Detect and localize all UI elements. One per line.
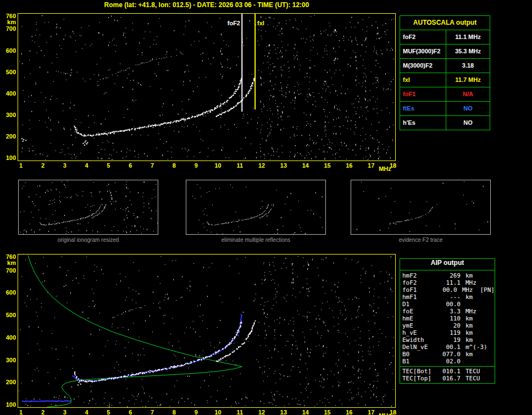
aip-table-row: foF100.0MHz[PN]	[400, 286, 495, 294]
aip-row-value: 010.1	[437, 368, 461, 375]
page-title: Rome (lat: +41.8, lon: 012.5) - DATE: 20…	[0, 1, 413, 9]
aip-table-row: TEC[Bot]010.1TECU	[400, 368, 495, 375]
bottom-ionogram-canvas	[18, 254, 395, 407]
thumbnail-eliminate-reflections	[186, 180, 326, 235]
y-tick-label: 200	[1, 133, 16, 140]
thumbnail-eliminate-canvas	[186, 180, 325, 234]
x-tick-label: 4	[85, 409, 88, 415]
aip-row-value: 110	[437, 315, 461, 322]
aip-row-unit: MHz	[457, 286, 473, 294]
x-tick-label: 7	[151, 162, 154, 169]
aip-row-unit: km	[461, 336, 473, 344]
aip-row-name: B1	[402, 358, 437, 365]
aip-row-value: 3.3	[437, 308, 461, 315]
aip-row-name: TEC[Top]	[402, 375, 437, 382]
x-tick-label: 14	[302, 409, 309, 415]
aip-row-unit: km	[461, 294, 473, 301]
autoscala-row-label: h'Es	[400, 116, 446, 130]
x-tick-label: 5	[107, 409, 110, 415]
x-tick-label: 7	[151, 409, 154, 415]
aip-row-unit: m^(-3)	[461, 344, 487, 351]
x-tick-label: 12	[258, 162, 265, 169]
aip-row-name: ymE	[402, 322, 437, 329]
aip-table-row: D100.0	[400, 301, 495, 308]
autoscala-table-row: h'EsNO	[400, 115, 490, 130]
autoscala-table-row: fxI11.7 MHz	[400, 73, 490, 87]
aip-row-unit: km	[461, 351, 473, 358]
y-tick-label: 300	[1, 357, 16, 363]
x-tick-label: 17	[368, 162, 374, 169]
x-axis-unit: MHz	[379, 165, 391, 172]
aip-row-note	[473, 351, 480, 358]
aip-output-table: AIP output hmF2269kmfoF211.1MHzfoF100.0M…	[400, 258, 495, 384]
y-tick-label: 400	[1, 334, 16, 341]
x-tick-label: 8	[173, 162, 176, 169]
autoscala-row-value: 35.3 MHz	[446, 45, 490, 58]
y-tick-label: 500	[1, 69, 16, 75]
aip-table-row: hmF1---km	[400, 294, 495, 301]
autoscala-table-row: MUF(3000)F235.3 MHz	[400, 44, 490, 58]
x-tick-label: 2	[41, 162, 45, 169]
x-tick-label: 15	[324, 409, 330, 415]
autoscala-table-row: foF1N/A	[400, 87, 490, 101]
x-tick-label: 10	[214, 162, 221, 169]
aip-row-unit: km	[461, 315, 473, 322]
aip-row-note	[473, 272, 480, 279]
aip-row-name: foE	[402, 308, 437, 315]
x-tick-label: 4	[85, 162, 88, 169]
aip-row-name: foF2	[402, 279, 437, 286]
autoscala-table-row: M(3000)F23.18	[400, 58, 490, 73]
x-tick-label: 1	[19, 162, 23, 169]
autoscala-output-table: AUTOSCALA output foF211.1 MHzMUF(3000)F2…	[400, 15, 490, 130]
autoscala-row-value: 11.7 MHz	[446, 73, 490, 87]
aip-table-row: hmE110km	[400, 315, 495, 322]
aip-row-value: 119	[437, 329, 461, 336]
aip-row-note	[487, 344, 495, 351]
aip-table-row: TEC[Top]016.7TECU	[400, 375, 495, 382]
x-tick-label: 13	[280, 162, 287, 169]
aip-row-note	[473, 315, 480, 322]
aip-row-value: 02.0	[437, 358, 461, 365]
x-tick-label: 6	[129, 409, 132, 415]
x-tick-label: 13	[280, 409, 287, 415]
autoscala-row-value: 11.1 MHz	[446, 30, 490, 44]
aip-row-unit: MHz	[461, 279, 476, 286]
autoscala-row-label: MUF(3000)F2	[400, 45, 446, 58]
autoscala-table-row: foF211.1 MHz	[400, 30, 490, 44]
aip-row-unit	[461, 358, 465, 365]
ionogram-panel-top: foF2 fxI	[18, 13, 396, 161]
y-tick-label: 700	[1, 267, 16, 274]
aip-row-value: 00.1	[437, 344, 461, 351]
autoscala-row-value: N/A	[446, 87, 490, 101]
aip-row-unit: km	[461, 322, 473, 329]
aip-row-unit: km	[461, 329, 473, 336]
x-tick-label: 5	[107, 162, 110, 169]
aip-row-name: B0	[402, 351, 437, 358]
x-tick-label: 3	[63, 409, 66, 415]
y-tick-label: 300	[1, 112, 16, 118]
aip-row-value: 00.0	[435, 286, 457, 294]
aip-row-note	[476, 279, 484, 286]
aip-row-note	[480, 375, 487, 382]
x-tick-label: 14	[302, 162, 309, 169]
aip-row-value: 11.1	[437, 279, 461, 286]
aip-row-note: [PN]	[473, 286, 495, 294]
aip-row-value: 20	[437, 322, 461, 329]
fof2-marker-label: foF2	[222, 20, 241, 26]
aip-row-note	[465, 358, 473, 365]
autoscala-window: Rome (lat: +41.8, lon: 012.5) - DATE: 20…	[0, 0, 532, 415]
x-tick-label: 9	[195, 409, 198, 415]
aip-table-row: foE3.3MHz	[400, 308, 495, 315]
thumbnail-original-ionogram	[18, 180, 158, 235]
thumbnail-evidence-f2	[351, 180, 491, 235]
autoscala-row-value: NO	[446, 102, 490, 115]
fxi-marker-label: fxI	[257, 20, 265, 26]
top-ionogram-canvas	[18, 14, 395, 161]
x-tick-label: 12	[258, 409, 265, 415]
aip-table-row: ymE20km	[400, 322, 495, 329]
aip-row-note	[473, 336, 480, 344]
ionogram-panel-bottom	[18, 254, 396, 408]
x-tick-label: 8	[173, 409, 176, 415]
autoscala-table-row: ftEsNO	[400, 101, 490, 115]
aip-row-name: DelN_vE	[402, 344, 437, 351]
